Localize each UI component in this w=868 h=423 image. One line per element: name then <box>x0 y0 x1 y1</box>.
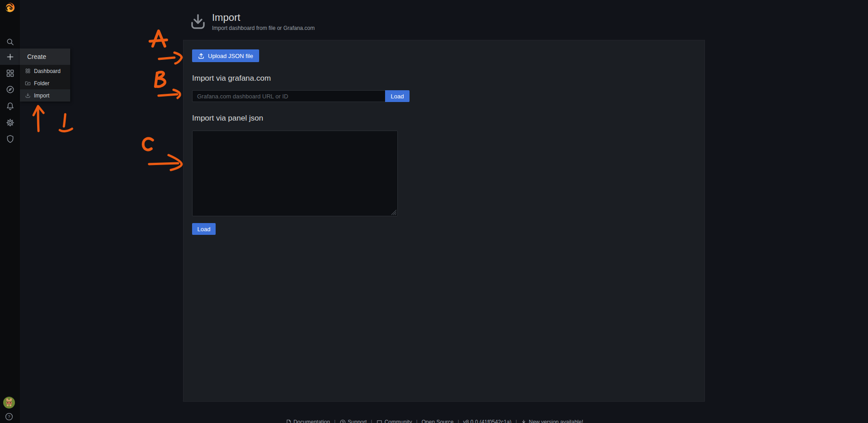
annotation-tick-shaft <box>64 114 65 126</box>
annotation-arrow-a-line <box>159 58 174 59</box>
footer-separator: | <box>516 418 517 423</box>
annotation-arrow-up-shaft <box>38 108 39 131</box>
annotation-arrow-b-line <box>159 94 177 96</box>
gcom-input-row: Load <box>192 90 410 102</box>
page-subtitle: Import dashboard from file or Grafana.co… <box>212 25 315 31</box>
menu-item-label: Dashboard <box>34 68 61 74</box>
plus-icon <box>5 52 15 62</box>
folder-plus-icon <box>25 80 31 86</box>
gcom-url-input[interactable] <box>192 90 385 102</box>
annotation-arrow-c-line <box>149 163 178 164</box>
sidebar-item-alerting[interactable] <box>0 98 20 114</box>
svg-text:?: ? <box>8 414 10 419</box>
bell-icon <box>5 102 15 111</box>
sidebar-item-configuration[interactable] <box>0 114 20 131</box>
annotation-arrow-b-head <box>174 90 180 98</box>
footer-separator: | <box>371 418 372 423</box>
sidebar: ? <box>0 0 20 423</box>
sidebar-item-create[interactable] <box>0 49 20 65</box>
annotation-arrow-c-head <box>169 155 182 170</box>
footer-separator: | <box>334 418 335 423</box>
menu-item-folder[interactable]: Folder <box>20 77 70 89</box>
annotation-tick-swoosh <box>60 129 72 131</box>
search-icon <box>5 37 15 47</box>
page-title: Import <box>212 12 240 24</box>
footer-separator: | <box>458 418 459 423</box>
question-circle-icon: ? <box>5 413 13 421</box>
sidebar-item-search[interactable] <box>0 34 20 50</box>
download-icon <box>191 14 205 29</box>
footer-separator: | <box>416 418 417 423</box>
annotation-letter-B-bumps <box>156 72 165 87</box>
annotation-arrow-up-head <box>34 106 43 115</box>
resize-grip-icon <box>390 209 397 215</box>
footer: Documentation | Support | Community | Op… <box>20 418 849 423</box>
menu-item-import[interactable]: Import <box>20 89 70 102</box>
create-menu-title: Create <box>27 53 46 60</box>
menu-item-label: Import <box>34 92 49 99</box>
upload-json-file-button[interactable]: Upload JSON file <box>192 49 259 62</box>
footer-label: Documentation <box>294 418 330 423</box>
upload-button-label: Upload JSON file <box>208 53 253 59</box>
upload-icon <box>198 53 204 59</box>
page-header-icon <box>191 14 205 31</box>
question-circle-icon <box>340 419 346 423</box>
footer-link-open-source[interactable]: Open Source <box>422 418 454 423</box>
import-icon <box>25 92 31 98</box>
new-version-icon <box>521 419 526 423</box>
user-avatar[interactable] <box>3 397 15 408</box>
footer-link-community[interactable]: Community <box>376 418 412 423</box>
create-menu-header: Create <box>20 49 70 65</box>
json-section-heading: Import via panel json <box>192 114 263 123</box>
annotation-letter-A <box>153 31 165 46</box>
menu-item-dashboard[interactable]: Dashboard <box>20 65 70 77</box>
footer-label: Open Source <box>422 418 454 423</box>
json-load-button[interactable]: Load <box>192 223 216 235</box>
footer-link-new-version[interactable]: New version available! <box>521 418 583 423</box>
menu-item-label: Folder <box>34 80 49 87</box>
avatar-image <box>3 397 15 408</box>
gcom-load-button[interactable]: Load <box>385 90 410 102</box>
community-icon <box>376 419 382 423</box>
sidebar-item-explore[interactable] <box>0 81 20 97</box>
apps-grid-icon <box>5 68 15 78</box>
shield-icon <box>5 134 15 144</box>
annotation-letter-B-stem <box>155 73 157 87</box>
sidebar-item-server-admin[interactable] <box>0 131 20 147</box>
panel-json-textarea[interactable] <box>192 131 398 216</box>
annotation-letter-A-bar <box>150 40 167 41</box>
annotation-letter-C <box>143 138 153 150</box>
textarea-resize-handle[interactable] <box>390 209 397 215</box>
create-flyout-menu: Create Dashboard Folder Import <box>20 49 70 102</box>
gear-icon <box>5 118 15 127</box>
footer-version-text: v8.0.0 (41f0542c1a) <box>463 418 511 423</box>
footer-link-support[interactable]: Support <box>340 418 367 423</box>
sidebar-item-dashboards[interactable] <box>0 65 20 81</box>
document-icon <box>286 419 291 423</box>
footer-link-documentation[interactable]: Documentation <box>286 418 330 423</box>
apps-icon <box>25 68 31 74</box>
annotation-arrow-a-head <box>174 53 182 63</box>
grafana-logo-icon[interactable] <box>4 2 16 14</box>
grafana-import-page: ? Create Dashboard Folder Import <box>0 0 868 423</box>
help-button[interactable]: ? <box>5 413 13 421</box>
gcom-section-heading: Import via grafana.com <box>192 74 271 83</box>
footer-label: Community <box>385 418 412 423</box>
grafana-logo <box>4 2 16 14</box>
footer-label: v8.0.0 (41f0542c1a) <box>463 418 511 423</box>
footer-label: New version available! <box>529 418 583 423</box>
footer-label: Support <box>348 418 367 423</box>
compass-icon <box>5 85 15 94</box>
